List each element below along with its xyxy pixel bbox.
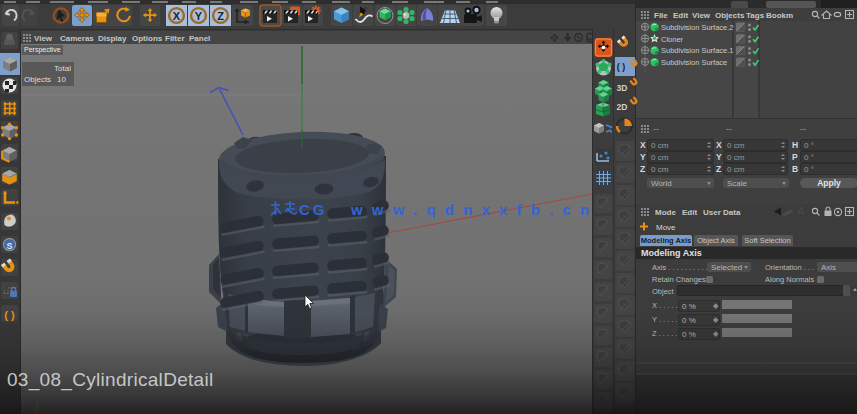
svg-text:Cloner: Cloner (661, 35, 684, 44)
svg-text:View: View (692, 11, 711, 20)
svg-text:Bookm: Bookm (766, 11, 793, 20)
svg-text:Objects: Objects (715, 11, 745, 20)
svg-text:Cameras: Cameras (60, 34, 94, 43)
svg-text:Edit: Edit (673, 11, 688, 20)
svg-text:www.qdnxxfb.cn: www.qdnxxfb.cn (350, 201, 598, 218)
svg-text:Y: Y (195, 10, 203, 22)
svg-text:Z: Z (217, 10, 224, 22)
svg-text:Subdivision Surface.2: Subdivision Surface.2 (661, 23, 734, 32)
svg-text:Subdivision Surface: Subdivision Surface (661, 58, 727, 67)
svg-text:View: View (34, 34, 53, 43)
svg-text:Options: Options (132, 34, 163, 43)
svg-text:--: -- (800, 124, 806, 134)
svg-text:( ): ( ) (4, 309, 15, 321)
svg-text:Move: Move (656, 223, 676, 232)
svg-text:File: File (654, 11, 668, 20)
svg-text:Mode: Mode (655, 208, 676, 217)
svg-text:User Data: User Data (703, 208, 741, 217)
svg-text:3D: 3D (617, 83, 628, 93)
svg-text:Edit: Edit (682, 208, 697, 217)
svg-text:Panel: Panel (189, 34, 210, 43)
svg-text:( ): ( ) (617, 62, 626, 72)
svg-text:2D: 2D (617, 102, 628, 112)
svg-text:Filter: Filter (165, 34, 185, 43)
svg-text:--: -- (726, 124, 732, 134)
svg-text:S: S (6, 241, 12, 251)
svg-text:Display: Display (98, 34, 127, 43)
svg-text:--: -- (653, 124, 659, 134)
svg-text:Tags: Tags (746, 11, 765, 20)
svg-text:Subdivision Surface.1: Subdivision Surface.1 (661, 46, 734, 55)
svg-text:CG: CG (299, 201, 328, 218)
svg-text:X: X (173, 10, 181, 22)
